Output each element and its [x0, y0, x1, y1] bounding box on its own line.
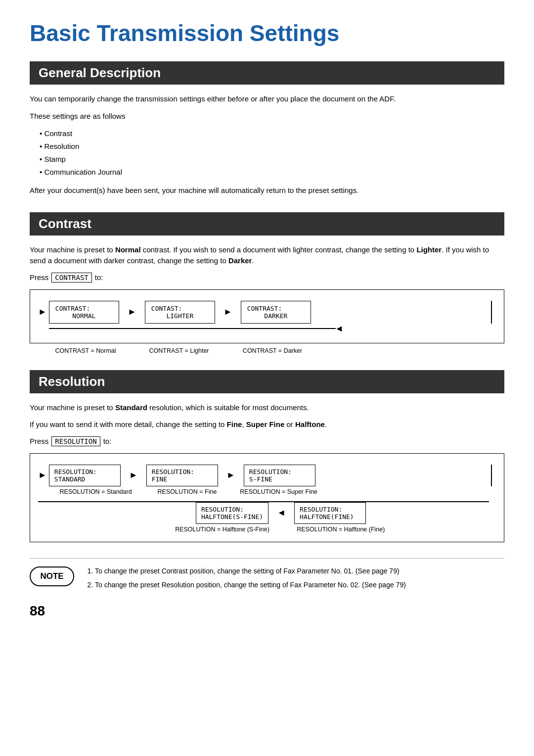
general-description-para1: You can temporarily change the transmiss…	[30, 94, 504, 105]
contrast-section: Contrast Your machine is preset to Norma…	[30, 212, 504, 354]
contrast-box-darker: CONTRAST: DARKER	[241, 301, 311, 324]
note-section: NOTE To change the preset Contrast posit…	[30, 566, 504, 594]
contrast-heading: Contrast	[30, 212, 504, 236]
res-label-halftone-sfine: RESOLUTION = Halftone (S-Fine)	[175, 526, 269, 533]
settings-list: Contrast Resolution Stamp Communication …	[40, 128, 504, 178]
resolution-section: Resolution Your machine is preset to Sta…	[30, 370, 504, 542]
page-number: 88	[30, 603, 504, 619]
res-top-labels: RESOLUTION = Standard RESOLUTION = Fine …	[38, 488, 494, 495]
res-label-standard: RESOLUTION = Standard	[50, 488, 141, 495]
arrow-icon: ►	[218, 470, 244, 480]
list-item: Resolution	[40, 141, 504, 152]
note-item: To change the preset Contrast position, …	[95, 566, 406, 576]
res-bottom-row: RESOLUTION: HALFTONE(S-FINE) ◄ RESOLUTIO…	[38, 502, 494, 524]
res-label-sfine: RESOLUTION = Super Fine	[233, 488, 324, 495]
res-label-fine: RESOLUTION = Fine	[141, 488, 233, 495]
res-box-fine: RESOLUTION: FINE	[146, 465, 218, 486]
contrast-diagram: ► CONTRAST: NORMAL ► CONTAST: LIGHTER ► …	[30, 289, 504, 343]
res-label-halftone-fine: RESOLUTION = Halftone (Fine)	[295, 526, 387, 533]
press-label: Press	[30, 437, 48, 445]
list-item: Stamp	[40, 153, 504, 165]
note-item: To change the preset Resolution position…	[95, 579, 406, 590]
settings-intro: These settings are as follows	[30, 111, 504, 122]
res-box-halftone-fine: RESOLUTION: HALFTONE(FINE)	[294, 502, 366, 524]
contrast-label-lighter: CONTRAST = Lighter	[130, 347, 228, 354]
contrast-label-darker: CONTRAST = Darker	[228, 347, 316, 354]
press-to: to:	[95, 273, 103, 282]
contrast-labels: CONTRAST = Normal CONTRAST = Lighter CON…	[30, 347, 504, 354]
res-bottom-labels: RESOLUTION = Halftone (S-Fine) RESOLUTIO…	[38, 526, 494, 533]
res-box-halftone-sfine: RESOLUTION: HALFTONE(S-FINE)	[196, 502, 268, 524]
resolution-para1: Your machine is preset to Standard resol…	[30, 402, 504, 414]
note-badge: NOTE	[30, 567, 74, 586]
note-content: To change the preset Contrast position, …	[86, 566, 406, 594]
resolution-press-line: Press RESOLUTION to:	[30, 436, 504, 446]
list-item: Contrast	[40, 128, 504, 140]
contrast-label-normal: CONTRAST = Normal	[42, 347, 130, 354]
arrow-icon: ►	[119, 307, 145, 317]
res-box-standard: RESOLUTION: STANDARD	[49, 465, 121, 486]
general-description-para2: After your document(s) have been sent, y…	[30, 185, 504, 196]
list-item: Communication Journal	[40, 166, 504, 178]
contrast-box-normal: CONTRAST: NORMAL	[49, 301, 119, 324]
start-arrow-icon: ►	[38, 307, 47, 317]
contrast-paragraph: Your machine is preset to Normal contras…	[30, 244, 504, 267]
contrast-box-lighter: CONTAST: LIGHTER	[145, 301, 215, 324]
resolution-key: RESOLUTION	[51, 436, 100, 446]
general-description-heading: General Description	[30, 61, 504, 85]
general-description-section: General Description You can temporarily …	[30, 61, 504, 196]
arrow-icon: ►	[215, 307, 241, 317]
resolution-heading: Resolution	[30, 370, 504, 393]
left-arrow-icon: ◄	[268, 508, 294, 518]
resolution-para2: If you want to send it with more detail,…	[30, 419, 504, 430]
contrast-key: CONTRAST	[51, 273, 91, 283]
press-to: to:	[103, 437, 112, 445]
press-label: Press	[30, 273, 48, 282]
contrast-press-line: Press CONTRAST to:	[30, 273, 504, 283]
res-start-arrow-icon: ►	[38, 470, 47, 480]
arrow-icon: ►	[121, 470, 146, 480]
page-title: Basic Transmission Settings	[30, 20, 504, 47]
res-box-sfine: RESOLUTION: S-FINE	[244, 465, 315, 486]
resolution-diagram: ► RESOLUTION: STANDARD ► RESOLUTION: FIN…	[30, 453, 504, 542]
divider	[30, 558, 504, 559]
